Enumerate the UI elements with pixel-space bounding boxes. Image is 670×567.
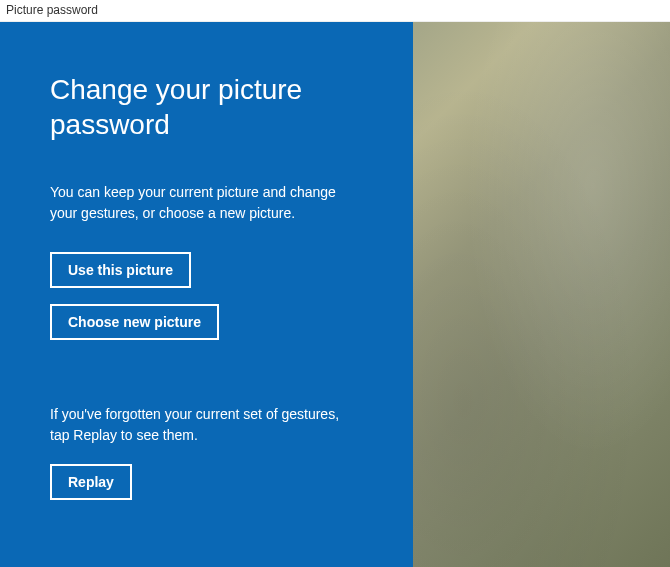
picture-preview	[413, 22, 670, 567]
instruction-panel: Change your picture password You can kee…	[0, 22, 413, 567]
replay-hint-text: If you've forgotten your current set of …	[50, 404, 340, 446]
content-container: Change your picture password You can kee…	[0, 22, 670, 567]
window-titlebar: Picture password	[0, 0, 670, 22]
window-title: Picture password	[6, 3, 98, 17]
page-heading: Change your picture password	[50, 72, 350, 142]
description-text: You can keep your current picture and ch…	[50, 182, 340, 224]
replay-button[interactable]: Replay	[50, 464, 132, 500]
choose-new-picture-button[interactable]: Choose new picture	[50, 304, 219, 340]
use-this-picture-button[interactable]: Use this picture	[50, 252, 191, 288]
